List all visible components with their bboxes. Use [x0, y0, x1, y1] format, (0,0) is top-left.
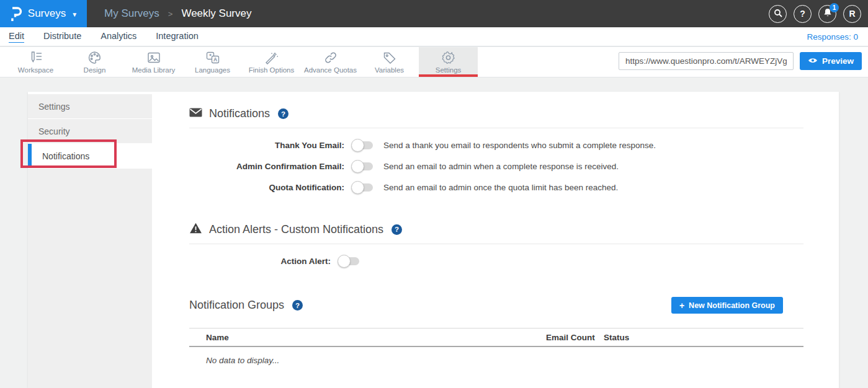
column-header-status: Status	[604, 333, 803, 342]
media-library-icon	[146, 51, 161, 64]
toolbar-item-languages[interactable]: * A Languages	[183, 47, 242, 77]
toolbar-item-advance-quotas[interactable]: Advance Quotas	[301, 47, 360, 77]
avatar-initial: R	[849, 9, 855, 19]
toolbar-label: Media Library	[132, 66, 176, 74]
toolbar-label: Variables	[375, 66, 404, 74]
notification-groups-title-wrap: Notification Groups ?	[189, 299, 303, 312]
action-alerts-header: Action Alerts - Custom Notifications ?	[189, 223, 803, 236]
admin-confirmation-email-row: Admin Confirmation Email: Send an email …	[189, 160, 803, 173]
admin-confirmation-email-toggle[interactable]	[352, 162, 373, 170]
action-alert-toggle[interactable]	[339, 257, 359, 265]
divider	[189, 244, 803, 244]
toolbar-label: Advance Quotas	[304, 66, 357, 74]
section-title: Notifications	[209, 107, 270, 120]
notification-groups-help-icon[interactable]: ?	[292, 300, 303, 311]
tab-distribute[interactable]: Distribute	[43, 31, 81, 42]
envelope-icon	[189, 108, 202, 120]
caret-down-icon: ▼	[71, 11, 78, 18]
quota-notification-row: Quota Notification: Send an email to adm…	[189, 181, 803, 194]
settings-sidebar: Settings Security Notifications	[28, 92, 152, 388]
section-title: Notification Groups	[189, 299, 284, 312]
toolbar-label: Settings	[436, 66, 462, 74]
thank-you-email-row: Thank You Email: Send a thank you email …	[189, 139, 803, 152]
row-label: Thank You Email:	[189, 141, 344, 150]
questionpro-logo-icon	[9, 6, 22, 22]
notification-groups-header: Notification Groups ? + New Notification…	[189, 297, 803, 314]
warning-triangle-icon	[189, 223, 202, 236]
svg-text:A: A	[213, 56, 217, 63]
row-label: Action Alert:	[189, 257, 331, 266]
sidebar-item-label: Security	[38, 126, 70, 136]
tab-integration[interactable]: Integration	[156, 31, 199, 42]
topbar: Surveys ▼ My Surveys > Weekly Survey ? 1	[0, 0, 868, 27]
notification-groups-table: Name Email Count Status No data to displ…	[189, 328, 803, 365]
toolbar-item-finish-options[interactable]: Finish Options	[242, 47, 301, 77]
surveys-product-switcher[interactable]: Surveys ▼	[0, 0, 87, 27]
search-button[interactable]	[769, 5, 787, 23]
survey-link-area: Preview	[619, 52, 862, 70]
toolbar-item-design[interactable]: Design	[65, 47, 124, 77]
section-title: Action Alerts - Custom Notifications	[209, 223, 383, 236]
quota-notification-toggle[interactable]	[352, 183, 373, 192]
finish-options-wand-icon	[264, 51, 279, 64]
row-description: Send an email to admin when a complete r…	[383, 162, 619, 171]
column-header-name: Name	[206, 333, 546, 342]
tab-edit[interactable]: Edit	[9, 31, 24, 43]
survey-nav: Edit Distribute Analytics Integration Re…	[0, 27, 868, 46]
variables-tag-icon	[382, 51, 397, 64]
sidebar-item-label: Notifications	[38, 151, 89, 161]
product-label: Surveys	[28, 7, 66, 20]
advance-quotas-link-icon	[323, 51, 338, 64]
new-notification-group-button[interactable]: + New Notification Group	[671, 297, 783, 314]
annotation-underline	[419, 74, 478, 77]
row-description: Send an email to admin once the quota li…	[383, 183, 618, 192]
topbar-icons: ? 1 R	[769, 5, 868, 23]
notifications-help-icon[interactable]: ?	[278, 108, 289, 119]
sidebar-item-notifications[interactable]: Notifications	[28, 144, 152, 168]
toolbar-item-variables[interactable]: Variables	[360, 47, 419, 77]
toolbar-item-media-library[interactable]: Media Library	[124, 47, 183, 77]
plus-icon: +	[679, 301, 684, 311]
toolbar-label: Design	[84, 66, 106, 74]
settings-card: Settings Security Notifications Notifica…	[28, 92, 839, 388]
column-header-email-count: Email Count	[546, 333, 604, 342]
row-description: Send a thank you email to respondents wh…	[383, 141, 656, 150]
table-header-row: Name Email Count Status	[189, 328, 803, 347]
toolbar-label: Workspace	[18, 66, 53, 74]
search-icon	[774, 9, 782, 19]
sidebar-filler	[28, 169, 152, 388]
divider	[189, 128, 803, 128]
preview-label: Preview	[822, 56, 854, 66]
row-label: Quota Notification:	[189, 183, 344, 192]
preview-button[interactable]: Preview	[800, 52, 862, 70]
action-alerts-section: Action Alerts - Custom Notifications ? A…	[189, 223, 803, 268]
notification-toggle-rows: Thank You Email: Send a thank you email …	[189, 139, 803, 194]
notifications-bell-button[interactable]: 1	[818, 5, 836, 23]
responses-count[interactable]: Responses: 0	[807, 32, 858, 42]
empty-table-message: No data to display...	[189, 356, 803, 365]
help-button[interactable]: ?	[794, 5, 812, 23]
thank-you-email-toggle[interactable]	[352, 141, 373, 149]
toolbar-item-settings[interactable]: Settings	[419, 47, 478, 77]
breadcrumb-my-surveys[interactable]: My Surveys	[104, 7, 159, 20]
survey-url-input[interactable]	[619, 52, 794, 70]
row-label: Admin Confirmation Email:	[189, 162, 344, 171]
notifications-section-header: Notifications ?	[189, 107, 803, 120]
action-alert-row: Action Alert:	[189, 255, 803, 268]
svg-text:*: *	[209, 52, 212, 58]
action-alerts-help-icon[interactable]: ?	[391, 224, 402, 235]
breadcrumb: My Surveys > Weekly Survey	[104, 7, 251, 20]
breadcrumb-current-survey: Weekly Survey	[181, 7, 251, 20]
sidebar-item-security[interactable]: Security	[28, 119, 152, 143]
toolbar-label: Finish Options	[249, 66, 295, 74]
toolbar-item-workspace[interactable]: Workspace	[6, 47, 65, 77]
tab-analytics[interactable]: Analytics	[101, 31, 136, 42]
languages-icon: * A	[205, 51, 220, 64]
toolbar-label: Languages	[195, 66, 230, 74]
sidebar-item-settings[interactable]: Settings	[28, 94, 152, 118]
questionpro-settings-screen: Surveys ▼ My Surveys > Weekly Survey ? 1	[0, 0, 868, 388]
breadcrumb-separator: >	[168, 9, 173, 19]
action-alert-rows: Action Alert:	[189, 255, 803, 268]
account-avatar[interactable]: R	[843, 5, 861, 23]
new-group-label: New Notification Group	[689, 301, 775, 310]
